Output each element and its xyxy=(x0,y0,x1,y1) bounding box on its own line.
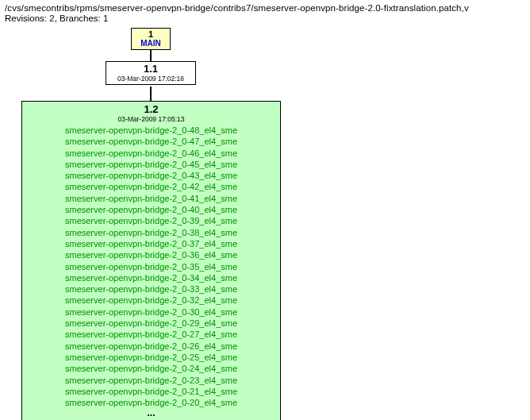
tag-label: smeserver-openvpn-bridge-2_0-41_el4_sme xyxy=(65,193,237,204)
tag-label: smeserver-openvpn-bridge-2_0-40_el4_sme xyxy=(65,204,237,215)
tag-label: smeserver-openvpn-bridge-2_0-46_el4_sme xyxy=(65,148,237,159)
tag-label: smeserver-openvpn-bridge-2_0-21_el4_sme xyxy=(65,386,237,397)
tag-label: smeserver-openvpn-bridge-2_0-39_el4_sme xyxy=(65,215,237,226)
tag-label: smeserver-openvpn-bridge-2_0-20_el4_sme xyxy=(65,397,237,408)
tag-label: smeserver-openvpn-bridge-2_0-43_el4_sme xyxy=(65,170,237,181)
connector-line xyxy=(150,87,152,101)
revision-meta: Revisions: 2, Branches: 1 xyxy=(5,13,525,23)
tag-label: smeserver-openvpn-bridge-2_0-25_el4_sme xyxy=(65,352,237,363)
more-tags-ellipsis: ... xyxy=(147,408,155,418)
tag-list: smeserver-openvpn-bridge-2_0-48_el4_smes… xyxy=(22,125,280,408)
revision-version: 1.2 xyxy=(144,103,158,115)
branch-label: MAIN xyxy=(140,39,161,48)
revision-date: 03-Mar-2009 17:05:13 xyxy=(117,115,184,124)
tag-label: smeserver-openvpn-bridge-2_0-34_el4_sme xyxy=(65,272,237,283)
tag-label: smeserver-openvpn-bridge-2_0-38_el4_sme xyxy=(65,227,237,238)
tag-label: smeserver-openvpn-bridge-2_0-48_el4_sme xyxy=(65,125,237,136)
tag-label: smeserver-openvpn-bridge-2_0-27_el4_sme xyxy=(65,329,237,340)
revision-node-1-1: 1.1 03-Mar-2009 17:02:16 xyxy=(106,61,195,85)
revision-version: 1.1 xyxy=(144,64,158,75)
tag-label: smeserver-openvpn-bridge-2_0-33_el4_sme xyxy=(65,283,237,295)
tag-label: smeserver-openvpn-bridge-2_0-32_el4_sme xyxy=(65,295,237,306)
tag-label: smeserver-openvpn-bridge-2_0-37_el4_sme xyxy=(65,238,237,249)
tag-label: smeserver-openvpn-bridge-2_0-24_el4_sme xyxy=(65,363,237,374)
tag-label: smeserver-openvpn-bridge-2_0-29_el4_sme xyxy=(65,318,237,329)
file-path: /cvs/smecontribs/rpms/smeserver-openvpn-… xyxy=(5,3,525,13)
tag-label: smeserver-openvpn-bridge-2_0-30_el4_sme xyxy=(65,306,237,318)
tag-label: smeserver-openvpn-bridge-2_0-26_el4_sme xyxy=(65,341,237,352)
tag-label: smeserver-openvpn-bridge-2_0-47_el4_sme xyxy=(65,136,237,147)
branch-number: 1 xyxy=(148,29,153,39)
revision-date: 03-Mar-2009 17:02:16 xyxy=(117,75,184,83)
revision-node-1-2: 1.2 03-Mar-2009 17:05:13 smeserver-openv… xyxy=(22,101,280,420)
tag-label: smeserver-openvpn-bridge-2_0-36_el4_sme xyxy=(65,249,237,260)
tag-label: smeserver-openvpn-bridge-2_0-35_el4_sme xyxy=(65,261,237,272)
tag-label: smeserver-openvpn-bridge-2_0-45_el4_sme xyxy=(65,159,237,170)
tag-label: smeserver-openvpn-bridge-2_0-42_el4_sme xyxy=(65,181,237,192)
tag-label: smeserver-openvpn-bridge-2_0-23_el4_sme xyxy=(65,375,237,386)
branch-node-main: 1 MAIN xyxy=(132,28,170,50)
connector-line xyxy=(150,50,152,61)
